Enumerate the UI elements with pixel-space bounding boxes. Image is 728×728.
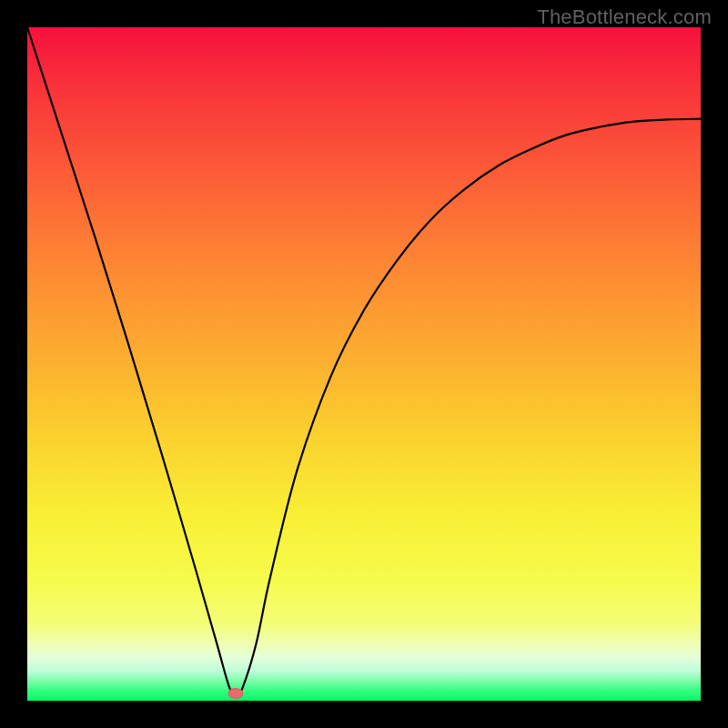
watermark-text: TheBottleneck.com xyxy=(537,5,712,29)
curve-path xyxy=(27,27,701,695)
plot-area xyxy=(27,27,701,701)
chart-frame: TheBottleneck.com xyxy=(0,0,728,728)
bottleneck-curve xyxy=(27,27,701,701)
minimum-marker xyxy=(228,688,244,699)
